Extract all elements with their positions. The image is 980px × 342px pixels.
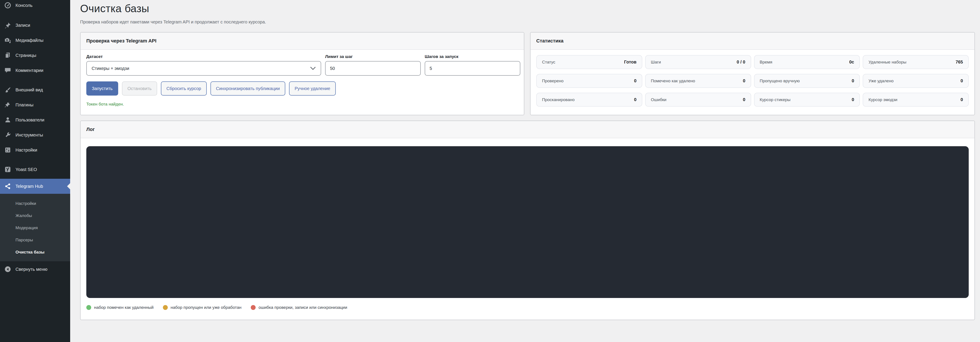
stop-button[interactable]: Остановить — [122, 81, 157, 95]
manual-delete-button[interactable]: Ручное удаление — [289, 81, 336, 95]
stat-tile-cursor-stickers: Курсор стикеры0 — [754, 93, 860, 107]
collapse-menu-label: Свернуть меню — [16, 267, 47, 272]
submenu-item-moderation[interactable]: Модерация — [0, 222, 70, 234]
stat-tile-checked: Проверено0 — [536, 74, 642, 88]
sidebar-item-pages[interactable]: Страницы — [0, 48, 70, 63]
stat-tile-skipped-manual: Пропущено вручную0 — [754, 74, 860, 88]
stats-panel: Статистика СтатусГотов Шаги0 / 0 Время0с… — [530, 32, 975, 115]
dataset-select-value: Стикеры + эмодзи — [92, 66, 129, 71]
stat-tile-already-deleted: Уже удалено0 — [863, 74, 969, 88]
stat-tile-status: СтатусГотов — [536, 55, 642, 69]
sidebar-item-telegram-hub[interactable]: Telegram Hub — [0, 179, 70, 194]
limit-label: Лимит за шаг — [325, 54, 421, 59]
sidebar-item-label: Внешний вид — [16, 87, 43, 92]
sidebar-item-media[interactable]: Медиафайлы — [0, 33, 70, 48]
sidebar-item-plugins[interactable]: Плагины — [0, 97, 70, 112]
sidebar-item-dashboard[interactable]: Консоль — [0, 0, 70, 13]
admin-sidebar: Консоль Записи Медиафайлы Страницы Комме — [0, 0, 70, 342]
sidebar-item-label: Консоль — [16, 3, 33, 8]
sidebar-item-label: Настройки — [16, 148, 37, 153]
sidebar-item-label: Yoast SEO — [16, 167, 37, 172]
sidebar-item-label: Записи — [16, 23, 30, 28]
yoast-icon — [5, 166, 11, 173]
appearance-icon — [5, 86, 11, 93]
bot-token-status: Токен бота найден. — [86, 102, 518, 107]
sidebar-item-appearance[interactable]: Внешний вид — [0, 82, 70, 97]
stat-tile-marked-deleted: Помечено как удалено0 — [645, 74, 751, 88]
steps-label: Шагов за запуск — [425, 54, 520, 59]
plugin-icon — [5, 102, 11, 108]
reset-cursor-button[interactable]: Сбросить курсор — [161, 81, 207, 95]
stats-grid: СтатусГотов Шаги0 / 0 Время0с Удаленные … — [536, 55, 969, 107]
sidebar-item-label: Комментарии — [16, 68, 43, 73]
check-panel-header: Проверка через Telegram API — [81, 32, 524, 50]
sidebar-item-label: Медиафайлы — [16, 38, 43, 43]
legend-item-deleted: набор помечен как удаленный — [86, 305, 154, 310]
page-title: Очистка базы — [80, 2, 975, 16]
users-icon — [5, 116, 11, 123]
collapse-arrow-icon — [5, 266, 11, 272]
amber-dot-icon — [163, 305, 168, 310]
dataset-select[interactable]: Стикеры + эмодзи — [86, 61, 321, 76]
check-panel-title: Проверка через Telegram API — [86, 38, 156, 44]
stat-tile-deleted-sets: Удаленные наборы765 — [863, 55, 969, 69]
log-panel-header: Лог — [81, 121, 974, 138]
stats-panel-title: Статистика — [536, 38, 563, 44]
stat-tile-errors: Ошибки0 — [645, 93, 751, 107]
stat-tile-scanned: Просканировано0 — [536, 93, 642, 107]
legend-item-error: ошибка проверки, записи или синхронизаци… — [251, 305, 347, 310]
log-panel-title: Лог — [86, 127, 95, 132]
sidebar-item-yoast-seo[interactable]: Yoast SEO — [0, 162, 70, 177]
sidebar-item-label: Telegram Hub — [16, 184, 43, 189]
check-panel: Проверка через Telegram API Датасет Стик… — [80, 32, 524, 115]
submenu-item-settings[interactable]: Настройки — [0, 197, 70, 210]
stat-tile-steps: Шаги0 / 0 — [645, 55, 751, 69]
sidebar-item-settings[interactable]: Настройки — [0, 142, 70, 157]
stat-tile-time: Время0с — [754, 55, 860, 69]
submenu-item-parsers[interactable]: Парсеры — [0, 234, 70, 246]
sidebar-item-label: Плагины — [16, 102, 33, 108]
wp-admin-screen: Консоль Записи Медиафайлы Страницы Комме — [0, 0, 980, 342]
dashboard-icon — [5, 2, 11, 9]
collapse-menu-button[interactable]: Свернуть меню — [0, 262, 70, 277]
sidebar-item-comments[interactable]: Комментарии — [0, 63, 70, 78]
chevron-down-icon — [310, 67, 316, 70]
sidebar-item-users[interactable]: Пользователи — [0, 112, 70, 127]
start-button[interactable]: Запустить — [86, 81, 118, 95]
submenu-item-db-cleanup[interactable]: Очистка базы — [0, 246, 70, 258]
share-icon — [5, 183, 11, 189]
submenu-item-complaints[interactable]: Жалобы — [0, 210, 70, 222]
tools-icon — [5, 132, 11, 138]
page-subtitle: Проверка наборов идет пакетами через Tel… — [80, 19, 975, 25]
dataset-label: Датасет — [86, 54, 321, 59]
sidebar-item-label: Инструменты — [16, 132, 43, 138]
log-panel: Лог набор помечен как удаленный набор пр… — [80, 121, 975, 320]
limit-input[interactable] — [325, 61, 421, 76]
stat-tile-cursor-emoji: Курсор эмодзи0 — [863, 93, 969, 107]
log-legend: набор помечен как удаленный набор пропущ… — [86, 305, 969, 310]
stats-panel-header: Статистика — [530, 32, 974, 50]
media-icon — [5, 37, 11, 44]
pin-icon — [5, 22, 11, 29]
red-dot-icon — [251, 305, 256, 310]
sidebar-item-tools[interactable]: Инструменты — [0, 127, 70, 142]
settings-icon — [5, 147, 11, 153]
steps-input[interactable] — [425, 61, 520, 76]
sidebar-item-label: Пользователи — [16, 118, 45, 122]
log-console[interactable] — [86, 146, 969, 298]
green-dot-icon — [86, 305, 91, 310]
sidebar-item-label: Страницы — [16, 53, 36, 58]
comments-icon — [5, 67, 11, 74]
legend-item-skipped: набор пропущен или уже обработан — [163, 305, 242, 310]
sidebar-item-posts[interactable]: Записи — [0, 18, 70, 33]
sync-posts-button[interactable]: Синхронизировать публикации — [210, 81, 285, 95]
telegram-hub-submenu: Настройки Жалобы Модерация Парсеры Очист… — [0, 194, 70, 261]
main-content: Очистка базы Проверка наборов идет пакет… — [70, 0, 980, 342]
pages-icon — [5, 52, 11, 59]
